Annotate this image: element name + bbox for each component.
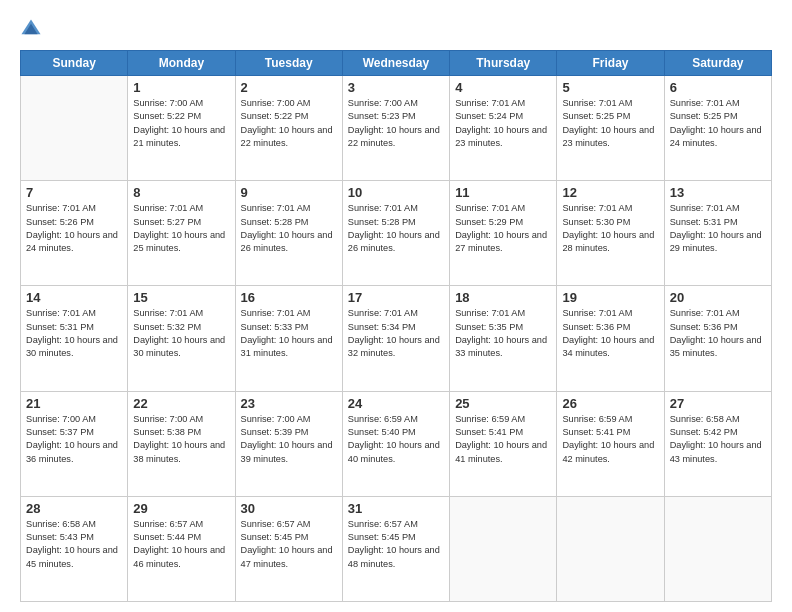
day-info: Sunrise: 6:57 AMSunset: 5:45 PMDaylight:…: [348, 518, 444, 571]
day-number: 16: [241, 290, 337, 305]
day-info: Sunrise: 7:01 AMSunset: 5:27 PMDaylight:…: [133, 202, 229, 255]
day-number: 11: [455, 185, 551, 200]
day-cell: 4Sunrise: 7:01 AMSunset: 5:24 PMDaylight…: [450, 76, 557, 181]
day-cell: 19Sunrise: 7:01 AMSunset: 5:36 PMDayligh…: [557, 286, 664, 391]
day-number: 7: [26, 185, 122, 200]
day-number: 28: [26, 501, 122, 516]
day-cell: 27Sunrise: 6:58 AMSunset: 5:42 PMDayligh…: [664, 391, 771, 496]
day-number: 9: [241, 185, 337, 200]
day-cell: [450, 496, 557, 601]
day-info: Sunrise: 7:01 AMSunset: 5:26 PMDaylight:…: [26, 202, 122, 255]
day-cell: [21, 76, 128, 181]
weekday-wednesday: Wednesday: [342, 51, 449, 76]
weekday-thursday: Thursday: [450, 51, 557, 76]
day-info: Sunrise: 7:01 AMSunset: 5:36 PMDaylight:…: [562, 307, 658, 360]
day-info: Sunrise: 7:00 AMSunset: 5:23 PMDaylight:…: [348, 97, 444, 150]
day-number: 25: [455, 396, 551, 411]
day-number: 17: [348, 290, 444, 305]
day-info: Sunrise: 6:58 AMSunset: 5:43 PMDaylight:…: [26, 518, 122, 571]
day-info: Sunrise: 7:00 AMSunset: 5:38 PMDaylight:…: [133, 413, 229, 466]
day-info: Sunrise: 7:01 AMSunset: 5:28 PMDaylight:…: [241, 202, 337, 255]
week-row-2: 7Sunrise: 7:01 AMSunset: 5:26 PMDaylight…: [21, 181, 772, 286]
day-info: Sunrise: 7:00 AMSunset: 5:39 PMDaylight:…: [241, 413, 337, 466]
day-cell: 26Sunrise: 6:59 AMSunset: 5:41 PMDayligh…: [557, 391, 664, 496]
day-info: Sunrise: 6:57 AMSunset: 5:45 PMDaylight:…: [241, 518, 337, 571]
day-info: Sunrise: 7:01 AMSunset: 5:24 PMDaylight:…: [455, 97, 551, 150]
day-cell: 5Sunrise: 7:01 AMSunset: 5:25 PMDaylight…: [557, 76, 664, 181]
calendar-table: SundayMondayTuesdayWednesdayThursdayFrid…: [20, 50, 772, 602]
day-number: 2: [241, 80, 337, 95]
day-number: 15: [133, 290, 229, 305]
logo: [20, 18, 44, 40]
day-cell: 25Sunrise: 6:59 AMSunset: 5:41 PMDayligh…: [450, 391, 557, 496]
day-number: 30: [241, 501, 337, 516]
day-cell: 17Sunrise: 7:01 AMSunset: 5:34 PMDayligh…: [342, 286, 449, 391]
week-row-4: 21Sunrise: 7:00 AMSunset: 5:37 PMDayligh…: [21, 391, 772, 496]
weekday-header-row: SundayMondayTuesdayWednesdayThursdayFrid…: [21, 51, 772, 76]
day-cell: [557, 496, 664, 601]
day-number: 24: [348, 396, 444, 411]
day-info: Sunrise: 6:59 AMSunset: 5:40 PMDaylight:…: [348, 413, 444, 466]
day-number: 3: [348, 80, 444, 95]
week-row-1: 1Sunrise: 7:00 AMSunset: 5:22 PMDaylight…: [21, 76, 772, 181]
day-cell: 7Sunrise: 7:01 AMSunset: 5:26 PMDaylight…: [21, 181, 128, 286]
day-info: Sunrise: 6:59 AMSunset: 5:41 PMDaylight:…: [562, 413, 658, 466]
weekday-tuesday: Tuesday: [235, 51, 342, 76]
day-info: Sunrise: 7:01 AMSunset: 5:25 PMDaylight:…: [562, 97, 658, 150]
day-number: 21: [26, 396, 122, 411]
day-info: Sunrise: 7:01 AMSunset: 5:32 PMDaylight:…: [133, 307, 229, 360]
day-info: Sunrise: 7:01 AMSunset: 5:33 PMDaylight:…: [241, 307, 337, 360]
day-cell: 21Sunrise: 7:00 AMSunset: 5:37 PMDayligh…: [21, 391, 128, 496]
day-cell: 3Sunrise: 7:00 AMSunset: 5:23 PMDaylight…: [342, 76, 449, 181]
day-info: Sunrise: 7:00 AMSunset: 5:37 PMDaylight:…: [26, 413, 122, 466]
day-number: 20: [670, 290, 766, 305]
day-number: 29: [133, 501, 229, 516]
day-cell: 23Sunrise: 7:00 AMSunset: 5:39 PMDayligh…: [235, 391, 342, 496]
day-number: 14: [26, 290, 122, 305]
day-cell: 8Sunrise: 7:01 AMSunset: 5:27 PMDaylight…: [128, 181, 235, 286]
day-cell: 6Sunrise: 7:01 AMSunset: 5:25 PMDaylight…: [664, 76, 771, 181]
day-number: 12: [562, 185, 658, 200]
day-number: 19: [562, 290, 658, 305]
day-number: 23: [241, 396, 337, 411]
day-cell: 22Sunrise: 7:00 AMSunset: 5:38 PMDayligh…: [128, 391, 235, 496]
day-number: 8: [133, 185, 229, 200]
header: [20, 18, 772, 40]
day-cell: 29Sunrise: 6:57 AMSunset: 5:44 PMDayligh…: [128, 496, 235, 601]
day-info: Sunrise: 7:01 AMSunset: 5:28 PMDaylight:…: [348, 202, 444, 255]
day-cell: 18Sunrise: 7:01 AMSunset: 5:35 PMDayligh…: [450, 286, 557, 391]
day-cell: 16Sunrise: 7:01 AMSunset: 5:33 PMDayligh…: [235, 286, 342, 391]
week-row-5: 28Sunrise: 6:58 AMSunset: 5:43 PMDayligh…: [21, 496, 772, 601]
day-cell: 2Sunrise: 7:00 AMSunset: 5:22 PMDaylight…: [235, 76, 342, 181]
day-cell: 1Sunrise: 7:00 AMSunset: 5:22 PMDaylight…: [128, 76, 235, 181]
weekday-saturday: Saturday: [664, 51, 771, 76]
day-number: 1: [133, 80, 229, 95]
day-info: Sunrise: 7:00 AMSunset: 5:22 PMDaylight:…: [241, 97, 337, 150]
day-cell: [664, 496, 771, 601]
day-cell: 31Sunrise: 6:57 AMSunset: 5:45 PMDayligh…: [342, 496, 449, 601]
day-cell: 24Sunrise: 6:59 AMSunset: 5:40 PMDayligh…: [342, 391, 449, 496]
day-info: Sunrise: 6:58 AMSunset: 5:42 PMDaylight:…: [670, 413, 766, 466]
day-info: Sunrise: 7:01 AMSunset: 5:34 PMDaylight:…: [348, 307, 444, 360]
logo-icon: [20, 18, 42, 40]
weekday-monday: Monday: [128, 51, 235, 76]
day-number: 26: [562, 396, 658, 411]
day-info: Sunrise: 7:01 AMSunset: 5:25 PMDaylight:…: [670, 97, 766, 150]
day-info: Sunrise: 7:01 AMSunset: 5:35 PMDaylight:…: [455, 307, 551, 360]
day-number: 10: [348, 185, 444, 200]
week-row-3: 14Sunrise: 7:01 AMSunset: 5:31 PMDayligh…: [21, 286, 772, 391]
day-info: Sunrise: 7:01 AMSunset: 5:31 PMDaylight:…: [670, 202, 766, 255]
day-info: Sunrise: 6:57 AMSunset: 5:44 PMDaylight:…: [133, 518, 229, 571]
day-info: Sunrise: 7:01 AMSunset: 5:30 PMDaylight:…: [562, 202, 658, 255]
day-info: Sunrise: 7:01 AMSunset: 5:29 PMDaylight:…: [455, 202, 551, 255]
day-number: 31: [348, 501, 444, 516]
day-number: 27: [670, 396, 766, 411]
day-number: 18: [455, 290, 551, 305]
weekday-sunday: Sunday: [21, 51, 128, 76]
day-cell: 14Sunrise: 7:01 AMSunset: 5:31 PMDayligh…: [21, 286, 128, 391]
day-cell: 10Sunrise: 7:01 AMSunset: 5:28 PMDayligh…: [342, 181, 449, 286]
day-number: 6: [670, 80, 766, 95]
weekday-friday: Friday: [557, 51, 664, 76]
page: SundayMondayTuesdayWednesdayThursdayFrid…: [0, 0, 792, 612]
day-cell: 9Sunrise: 7:01 AMSunset: 5:28 PMDaylight…: [235, 181, 342, 286]
